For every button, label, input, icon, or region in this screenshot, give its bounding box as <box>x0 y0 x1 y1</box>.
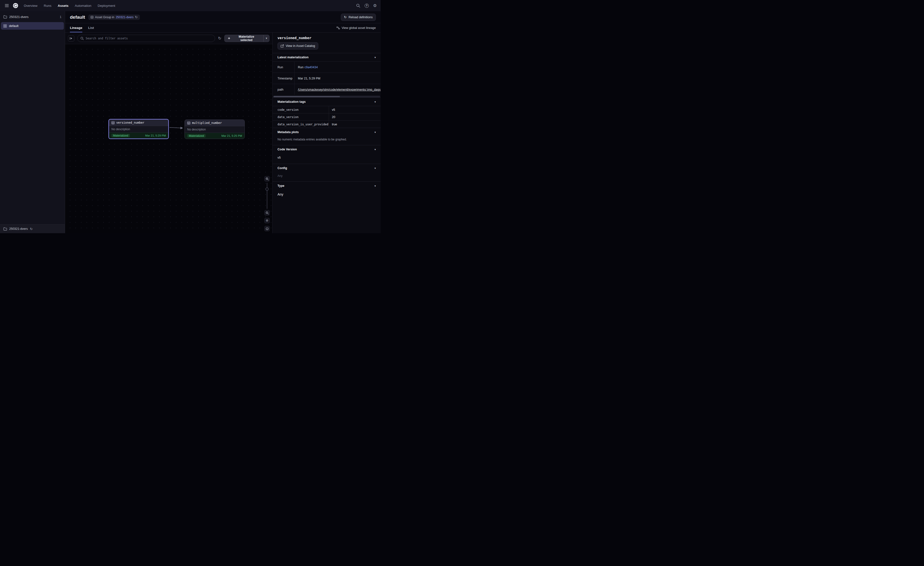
materialization-tags-table: code_version v5 data_version 20 data_ver… <box>273 106 381 128</box>
section-config[interactable]: Config ▾ <box>273 164 381 172</box>
feedback-face-icon[interactable] <box>264 226 270 231</box>
view-global-asset-lineage-link[interactable]: View global asset lineage <box>336 23 376 32</box>
materialize-dropdown-caret[interactable]: ▾ <box>264 35 270 42</box>
row-label: path <box>273 84 294 95</box>
nav-item-assets[interactable]: Assets <box>58 4 69 8</box>
tag-value: true <box>329 121 381 128</box>
zoom-controls: ⚙ <box>264 176 270 231</box>
metadata-plots-empty-text: No numeric metadata entries available to… <box>273 136 381 145</box>
app-shell: 250321-dvers 1 default 250321-dvers ↻ de… <box>0 11 381 233</box>
table-row: Timestamp Mar 21, 5:29 PM <box>273 73 381 84</box>
zoom-out-icon[interactable] <box>264 210 270 215</box>
materialization-timestamp: Mar 21, 5:25 PM <box>221 134 242 137</box>
code-version-value: v5 <box>273 154 381 164</box>
asset-node-versioned-number[interactable]: versioned_number No description Material… <box>108 119 169 139</box>
main-content: default Asset Group in 250321-dvers ↻ ↻ … <box>65 11 381 233</box>
sidebar-footer-label: 250321-dvers <box>9 227 28 230</box>
asset-node-multiplied-number[interactable]: multiplied_number No description Materia… <box>184 119 245 139</box>
asset-node-description: No description <box>109 126 168 132</box>
primary-nav: Overview Runs Assets Automation Deployme… <box>24 4 115 8</box>
tab-list[interactable]: List <box>88 23 94 32</box>
asset-detail-panel: versioned_number View in Asset Catalog L… <box>273 33 381 233</box>
chevron-down-icon: ▾ <box>374 148 376 151</box>
nav-item-runs[interactable]: Runs <box>44 4 51 8</box>
toggle-sidebar-panel-icon[interactable] <box>68 35 74 42</box>
tab-lineage[interactable]: Lineage <box>70 23 82 32</box>
reload-definitions-label: Reload definitions <box>349 15 373 19</box>
asset-node-header: versioned_number <box>109 119 168 126</box>
content-row: ↻ Materialize selected ▾ <box>65 33 381 233</box>
sparkle-icon <box>228 37 231 40</box>
row-label: Timestamp <box>273 73 294 84</box>
grid-icon <box>90 16 93 19</box>
hamburger-menu-icon[interactable] <box>4 3 10 9</box>
badge-group-link[interactable]: 250321-dvers <box>116 15 134 19</box>
view-in-asset-catalog-button[interactable]: View in Asset Catalog <box>278 42 318 50</box>
asset-node-status-row: Materialized Mar 21, 5:29 PM <box>109 132 168 138</box>
table-row: path /Users/smackesey/stm/code/elementl/… <box>273 84 381 95</box>
nav-item-automation[interactable]: Automation <box>75 4 91 8</box>
chevron-down-icon: ▾ <box>374 167 376 170</box>
reload-definitions-button[interactable]: ↻ Reload definitions <box>341 14 376 21</box>
refresh-icon[interactable]: ↻ <box>30 227 33 230</box>
table-row: Run Run c9a40434 <box>273 62 381 73</box>
refresh-graph-icon[interactable]: ↻ <box>218 36 221 40</box>
zoom-in-icon[interactable] <box>264 176 270 181</box>
help-icon[interactable]: ? <box>364 4 369 8</box>
table-row: data_version 20 <box>273 113 381 120</box>
section-heading: Type <box>278 184 284 188</box>
section-type[interactable]: Type ▾ <box>273 181 381 190</box>
zoom-slider-track <box>267 183 267 209</box>
section-metadata-plots[interactable]: Metadata plots ▾ <box>273 128 381 136</box>
path-link[interactable]: /Users/smackesey/stm/code/elementl/exper… <box>298 88 381 91</box>
run-id-link[interactable]: c9a40434 <box>304 66 318 69</box>
help-glyph: ? <box>366 4 368 7</box>
search-input[interactable] <box>86 37 212 40</box>
sidebar-group-row[interactable]: 250321-dvers 1 <box>0 11 65 22</box>
materialized-status-badge: Materialized <box>187 134 206 137</box>
materialize-split-button: Materialize selected ▾ <box>224 35 270 42</box>
lineage-graph-canvas[interactable]: versioned_number No description Material… <box>65 44 272 233</box>
asset-group-badge: Asset Group in 250321-dvers ↻ <box>88 15 140 20</box>
external-link-icon <box>280 44 284 48</box>
asset-search-box <box>77 35 215 42</box>
horizontal-scrollbar[interactable] <box>273 96 380 98</box>
view-tabs: Lineage List <box>70 23 94 32</box>
folder-icon <box>3 227 7 230</box>
asset-node-name: multiplied_number <box>192 121 222 125</box>
settings-gear-icon[interactable]: ⚙ <box>373 4 377 8</box>
search-icon[interactable] <box>356 4 360 8</box>
tag-key: code_version <box>273 106 329 113</box>
nav-item-deployment[interactable]: Deployment <box>98 4 115 8</box>
materialized-status-badge: Materialized <box>111 134 130 137</box>
zoom-slider-handle[interactable] <box>266 188 269 191</box>
nav-item-overview[interactable]: Overview <box>24 4 38 8</box>
section-heading: Metadata plots <box>278 131 299 134</box>
zoom-slider[interactable] <box>264 183 270 209</box>
view-in-asset-catalog-label: View in Asset Catalog <box>286 44 315 48</box>
badge-prefix: Asset Group in <box>95 15 114 19</box>
search-icon <box>80 37 84 40</box>
graph-settings-gear-icon[interactable]: ⚙ <box>264 218 270 223</box>
folder-icon <box>3 15 7 18</box>
refresh-icon[interactable]: ↻ <box>135 15 138 19</box>
section-heading: Config <box>278 166 287 170</box>
section-code-version[interactable]: Code Version ▾ <box>273 145 381 154</box>
asset-table-icon <box>187 122 190 125</box>
section-latest-materialization[interactable]: Latest materialization ▾ <box>273 53 381 62</box>
materialize-selected-button[interactable]: Materialize selected <box>224 35 264 42</box>
horizontal-scrollbar-thumb[interactable] <box>274 96 340 97</box>
row-value: Mar 21, 5:29 PM <box>294 73 381 84</box>
tag-key: data_version_is_user_provided <box>273 121 329 128</box>
materialization-timestamp: Mar 21, 5:29 PM <box>145 134 166 137</box>
sidebar-group-count: 1 <box>60 15 62 19</box>
sidebar-group-label: 250321-dvers <box>9 15 28 19</box>
asset-group-icon <box>3 24 7 28</box>
sidebar-footer[interactable]: 250321-dvers ↻ <box>0 224 65 233</box>
page-title: default <box>70 15 85 20</box>
lineage-graph-section: ↻ Materialize selected ▾ <box>65 33 273 233</box>
dagster-logo-icon <box>13 3 18 9</box>
sidebar-item-label: default <box>9 24 18 28</box>
section-materialization-tags[interactable]: Materialization tags ▾ <box>273 98 381 106</box>
sidebar-item-default[interactable]: default <box>1 22 64 30</box>
